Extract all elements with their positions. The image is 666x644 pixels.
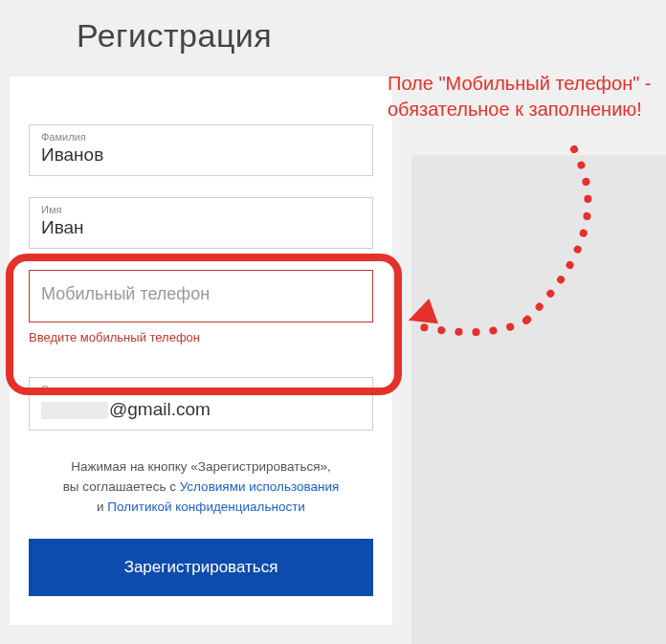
- lastname-field[interactable]: Фамилия: [29, 124, 373, 176]
- page-title: Регистрация: [77, 17, 272, 55]
- privacy-link[interactable]: Политикой конфиденциальности: [107, 500, 305, 514]
- annotation-text: Поле "Мобильный телефон" - обязательное …: [388, 71, 655, 122]
- email-suffix: @gmail.com: [109, 399, 211, 419]
- email-input[interactable]: @gmail.com: [41, 399, 361, 420]
- side-panel: [411, 155, 666, 644]
- lastname-label: Фамилия: [41, 131, 361, 143]
- lastname-input[interactable]: [41, 144, 361, 166]
- phone-placeholder: Мобильный телефон: [41, 277, 361, 312]
- firstname-field[interactable]: Имя: [29, 197, 373, 249]
- redacted-bar: [29, 354, 239, 364]
- email-field[interactable]: Электронная почта @gmail.com: [29, 377, 373, 431]
- email-blurred-part: [41, 402, 108, 419]
- phone-error-message: Введите мобильный телефон: [29, 330, 373, 344]
- firstname-label: Имя: [41, 204, 361, 215]
- email-label: Электронная почта: [41, 384, 361, 395]
- register-button[interactable]: Зарегистрироваться: [29, 539, 373, 596]
- phone-field[interactable]: Мобильный телефон: [29, 270, 373, 322]
- firstname-input[interactable]: [41, 217, 361, 238]
- terms-text: Нажимая на кнопку «Зарегистрироваться», …: [29, 457, 373, 518]
- terms-link[interactable]: Условиями использования: [180, 479, 340, 494]
- registration-form: Фамилия Имя Мобильный телефон Введите мо…: [10, 77, 392, 625]
